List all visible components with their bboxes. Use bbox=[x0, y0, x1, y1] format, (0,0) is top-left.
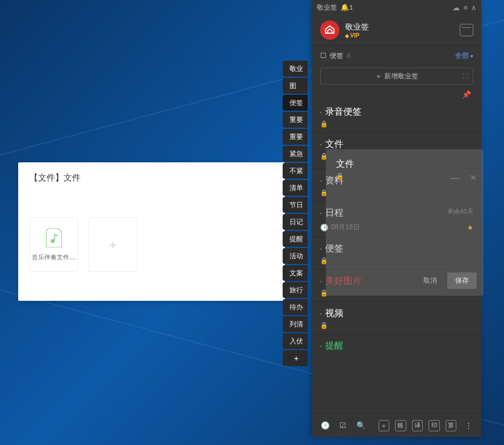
file-panel-title: 【文件】文件 bbox=[30, 173, 274, 183]
clock-icon: 🕒 bbox=[320, 224, 329, 232]
file-tiles: 音乐伴奏文件.... ＋ bbox=[30, 217, 274, 272]
bb-translate[interactable]: 译 bbox=[412, 420, 423, 431]
note-item[interactable]: •资料 🔒 bbox=[312, 169, 481, 201]
svg-point-0 bbox=[51, 239, 54, 243]
note-section-icon: ☐ bbox=[320, 52, 326, 60]
cloud-icon[interactable]: ☁ bbox=[452, 3, 460, 12]
lock-icon: 🔒 bbox=[320, 289, 328, 297]
expand-icon: ⛶ bbox=[463, 73, 468, 79]
tag-item[interactable]: 重要 bbox=[283, 129, 308, 145]
file-tile-add[interactable]: ＋ bbox=[89, 217, 137, 272]
app-title: 敬业签 bbox=[317, 3, 337, 12]
lock-icon: 🔒 bbox=[320, 153, 328, 160]
remaining-label: 剩余41天 bbox=[448, 207, 473, 216]
note-item[interactable]: •便签 🔒 bbox=[312, 237, 481, 270]
add-button-label: ＋ 新增敬业签 bbox=[375, 72, 418, 81]
titlebar: 敬业签 🔔1 ☁ ≡ ∧ bbox=[312, 0, 481, 15]
section-header: ☐ 便签 8 全部 bbox=[312, 46, 481, 65]
tag-item[interactable]: 紧急 bbox=[283, 146, 308, 162]
tag-add[interactable]: ＋ bbox=[283, 350, 308, 366]
music-file-icon bbox=[46, 228, 62, 247]
lock-icon: 🔒 bbox=[320, 120, 328, 128]
note-item[interactable]: •视频 🔒 bbox=[312, 302, 481, 334]
bb-add[interactable]: + bbox=[379, 420, 390, 431]
calendar-icon[interactable] bbox=[460, 24, 473, 36]
cancel-button[interactable]: 取消 bbox=[419, 272, 442, 289]
tag-item[interactable]: 敬业 bbox=[283, 61, 308, 77]
pin-icon[interactable]: 📌 bbox=[462, 90, 471, 99]
notes-list: •录音便签 🔒 •文件 🔒 •资料 🔒 剩余41天 •日程 🕒08月18日★ •… bbox=[312, 100, 481, 413]
vip-badge: VIP bbox=[345, 32, 369, 39]
filter-dropdown[interactable]: 全部 bbox=[455, 51, 473, 61]
lock-icon: 🔒 bbox=[320, 322, 328, 329]
tag-item[interactable]: 图 bbox=[283, 78, 308, 94]
file-tile-audio[interactable]: 音乐伴奏文件.... bbox=[30, 217, 78, 272]
more-icon[interactable]: ⋮ bbox=[462, 419, 474, 432]
bb-calc[interactable]: 算 bbox=[446, 420, 457, 431]
note-count: 8 bbox=[347, 52, 350, 59]
note-item[interactable]: •录音便签 🔒 bbox=[312, 100, 481, 133]
star-icon: ★ bbox=[467, 224, 473, 232]
notif-count: 1 bbox=[350, 5, 353, 11]
search-icon[interactable]: 🔍 bbox=[355, 419, 367, 432]
menu-icon[interactable]: ≡ bbox=[463, 3, 468, 12]
add-note-button[interactable]: ＋ 新增敬业签 ⛶ bbox=[320, 68, 473, 85]
tag-item[interactable]: 重要 bbox=[283, 112, 308, 128]
file-panel: 【文件】文件 音乐伴奏文件.... ＋ bbox=[18, 162, 285, 301]
tag-item[interactable]: 旅行 bbox=[283, 282, 308, 298]
tag-item[interactable]: 提醒 bbox=[283, 231, 308, 247]
note-item[interactable]: 剩余41天 •日程 🕒08月18日★ bbox=[312, 201, 481, 237]
app-logo bbox=[320, 20, 339, 40]
save-button[interactable]: 保存 bbox=[447, 272, 477, 289]
bb-account[interactable]: 账 bbox=[395, 420, 406, 431]
tag-item[interactable]: 待办 bbox=[283, 299, 308, 315]
tag-item[interactable]: 日记 bbox=[283, 214, 308, 230]
file-tile-label: 音乐伴奏文件.... bbox=[32, 253, 76, 262]
section-label: 便签 bbox=[330, 51, 343, 61]
lock-icon: 🔒 bbox=[320, 189, 328, 196]
history-icon[interactable]: 🕒 bbox=[319, 419, 331, 432]
tag-item[interactable]: 活动 bbox=[283, 248, 308, 264]
tag-item[interactable]: 文案 bbox=[283, 265, 308, 281]
tag-item[interactable]: 不紧 bbox=[283, 163, 308, 179]
tag-item[interactable]: 列清 bbox=[283, 316, 308, 332]
checkbox-icon[interactable]: ☑ bbox=[337, 419, 350, 432]
brand-name: 敬业签 bbox=[345, 22, 369, 32]
app-panel: 敬业签 🔔1 ☁ ≡ ∧ 敬业签 VIP ☐ 便签 8 全部 ＋ 新增敬业签 ⛶… bbox=[312, 0, 481, 437]
plus-icon: ＋ bbox=[107, 236, 119, 253]
tag-item[interactable]: 便签 bbox=[283, 95, 308, 111]
tag-item[interactable]: 入伏 bbox=[283, 333, 308, 349]
lock-icon: 🔒 bbox=[320, 257, 328, 265]
note-item[interactable]: •文件 🔒 bbox=[312, 133, 481, 169]
bottom-toolbar: 🕒 ☑ 🔍 + 账 译 印 算 ⋮ bbox=[312, 413, 481, 437]
tag-item[interactable]: 清单 bbox=[283, 180, 308, 196]
collapse-icon[interactable]: ∧ bbox=[471, 3, 477, 12]
notification-bell-icon[interactable]: 🔔1 bbox=[341, 3, 353, 11]
close-icon[interactable]: ✕ bbox=[470, 173, 477, 182]
note-item[interactable]: •提醒 bbox=[312, 334, 481, 356]
brand-row: 敬业签 VIP bbox=[312, 15, 481, 45]
tag-column: 敬业 图 便签 重要 重要 紧急 不紧 清单 节日 日记 提醒 活动 文案 旅行… bbox=[283, 61, 308, 366]
tag-item[interactable]: 节日 bbox=[283, 197, 308, 213]
bb-print[interactable]: 印 bbox=[429, 420, 440, 431]
